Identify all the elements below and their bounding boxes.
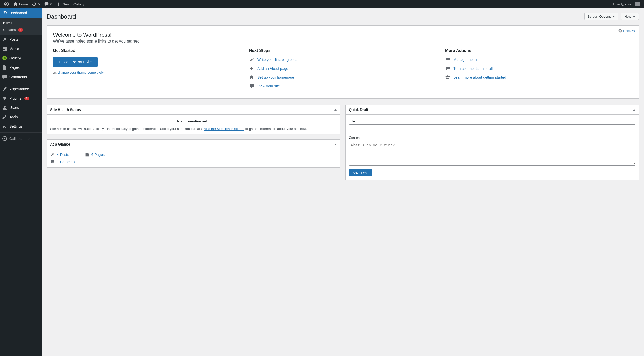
sliders-icon [2,124,7,129]
draft-title-input[interactable] [349,124,635,132]
updates-count-label: 5 [38,2,40,6]
new-label: New [63,2,69,6]
menu-separator [0,132,42,133]
page-body: Screen Options Help Dashboard Dismiss We… [42,0,644,195]
pushpin-icon [50,152,55,157]
at-a-glance-widget: At a Glance 4 Posts 6 Pages [47,139,340,168]
site-name-label: home [19,2,28,6]
sidebar-item-media[interactable]: Media [0,44,42,53]
brush-icon [2,86,7,92]
sidebar-item-tools[interactable]: Tools [0,112,42,122]
chevron-down-icon [612,16,615,17]
graduation-icon [445,75,450,80]
sidebar-item-label: Dashboard [9,11,27,15]
comments-link[interactable]: 0 [42,0,54,8]
sidebar-item-appearance[interactable]: Appearance [0,84,42,94]
add-about-link[interactable]: Add an About page [257,66,288,71]
view-site-link[interactable]: View your site [257,84,280,88]
site-health-screen-link[interactable]: visit the Site Health screen [204,127,244,131]
chevron-up-icon [334,144,337,145]
chevron-down-icon [633,16,635,17]
welcome-subtitle: We've assembled some links to get you st… [53,39,636,44]
sidebar-item-label: Users [9,106,19,110]
col-title: More Actions [445,48,636,53]
sidebar-subitem-home[interactable]: Home [0,19,42,26]
collapse-menu-button[interactable]: Collapse menu [0,134,42,143]
updates-link[interactable]: 5 [30,0,42,8]
help-button[interactable]: Help [621,13,639,20]
toggle-comments-link[interactable]: Turn comments on or off [453,66,493,71]
draft-content-label: Content [349,136,635,140]
sidebar-item-label: Comments [9,75,27,79]
avatar-icon [635,2,640,6]
welcome-col-more-actions: More Actions Manage menus Turn comments … [445,48,636,92]
screen-options-button[interactable]: Screen Options [584,13,619,20]
dashboard-submenu: Home Updates 5 [0,18,42,35]
page-icon [85,152,89,157]
toggle-widget-button[interactable] [334,108,337,112]
widget-title: Quick Draft [349,108,368,112]
sidebar-item-gallery[interactable]: ⊞ Gallery [0,53,42,63]
toggle-widget-button[interactable] [633,108,635,112]
sidebar-subitem-updates[interactable]: Updates 5 [0,26,42,33]
sidebar-item-dashboard[interactable]: Dashboard [0,8,42,18]
gallery-label: Gallery [73,2,84,6]
admin-bar: home 5 0 New Gallery Howdy, colin [0,0,644,8]
sh-text-b: to gather information about your site no… [244,127,307,131]
site-home-link[interactable]: home [11,0,30,8]
quick-draft-widget: Quick Draft Title Content Save Draft [345,105,639,180]
plug-icon [2,96,7,101]
comments-toggle-icon [445,66,450,71]
glance-pages-link[interactable]: 6 Pages [85,152,105,157]
admin-sidebar: Dashboard Home Updates 5 Posts Media ⊞ G… [0,8,42,195]
help-label: Help [624,15,631,18]
draft-content-textarea[interactable] [349,141,635,166]
glance-posts-link[interactable]: 4 Posts [50,152,69,157]
manage-menus-link[interactable]: Manage menus [453,58,479,62]
plus-icon [249,66,254,71]
comment-icon [50,160,55,164]
refresh-icon [32,2,37,6]
sidebar-item-plugins[interactable]: Plugins 1 [0,94,42,103]
pushpin-icon [2,37,7,42]
change-theme-link[interactable]: change your theme completely [58,71,104,74]
or-change-theme: or, change your theme completely [53,71,244,74]
sidebar-item-posts[interactable]: Posts [0,35,42,44]
glance-comments-label: 1 Comment [57,160,76,164]
sidebar-item-settings[interactable]: Settings [0,122,42,131]
dismiss-welcome-link[interactable]: Dismiss [618,29,635,33]
sidebar-item-comments[interactable]: Comments [0,72,42,81]
setup-homepage-link[interactable]: Set up your homepage [257,75,294,79]
account-link[interactable]: Howdy, colin [611,0,642,8]
glance-comments-link[interactable]: 1 Comment [50,160,337,164]
collapse-icon [2,136,7,141]
comments-count-label: 0 [50,2,52,6]
new-content-link[interactable]: New [54,0,71,8]
comments-icon [2,74,7,79]
user-icon [2,105,7,110]
sidebar-item-users[interactable]: Users [0,103,42,112]
customize-site-button[interactable]: Customize Your Site [53,57,98,67]
sidebar-item-pages[interactable]: Pages [0,63,42,72]
save-draft-button[interactable]: Save Draft [349,169,372,176]
page-icon [2,65,7,70]
chevron-up-icon [334,109,337,111]
collapse-label: Collapse menu [9,136,33,141]
sidebar-item-label: Plugins [9,96,21,100]
gallery-link[interactable]: Gallery [71,0,86,8]
draft-title-label: Title [349,119,635,123]
write-post-link[interactable]: Write your first blog post [257,58,297,62]
toggle-widget-button[interactable] [334,142,337,146]
chevron-up-icon [633,109,635,111]
welcome-col-next-steps: Next Steps Write your first blog post Ad… [249,48,440,92]
learn-more-link[interactable]: Learn more about getting started [453,75,506,79]
site-health-no-info: No information yet... [50,119,337,123]
sidebar-item-label: Gallery [9,56,21,60]
wp-logo[interactable] [2,0,11,8]
sidebar-item-label: Appearance [9,87,29,91]
home-icon [13,2,18,6]
sidebar-item-label: Settings [9,124,23,128]
dashboard-icon [2,10,7,16]
glance-posts-label: 4 Posts [57,153,69,157]
edit-icon [249,57,254,62]
